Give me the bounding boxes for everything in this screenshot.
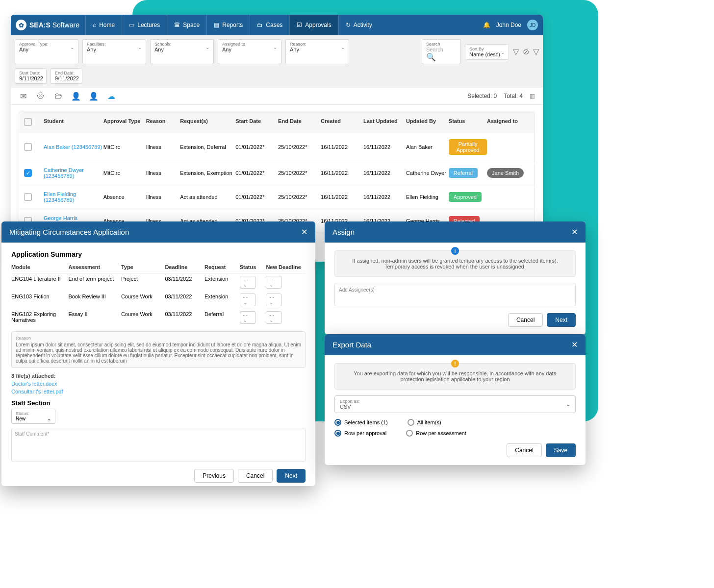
total-count: Total: 4 [504, 93, 523, 99]
row-checkbox[interactable] [24, 143, 32, 151]
filter-bar: Approval Type:Any⌄ Faculties:Any⌄ School… [11, 35, 543, 68]
table-row[interactable]: Alan Baker (123456789) MitCircIllnessExt… [19, 133, 535, 161]
nav-lectures[interactable]: ▭Lectures [122, 15, 167, 35]
chevron-down-icon: ⌄ [47, 416, 51, 421]
filter-assigned[interactable]: Assigned toAny⌄ [218, 39, 281, 64]
status-badge: Referral [449, 168, 478, 178]
student-link[interactable]: Ellen Fielding (123456789) [44, 191, 103, 203]
status-select[interactable]: - - ⌄ [240, 294, 255, 306]
chevron-down-icon: ⌄ [566, 401, 570, 408]
mitigating-circumstances-dialog: Mitigating Circumstances Application ✕ A… [1, 221, 315, 486]
table-row[interactable]: Ellen Fielding (123456789) AbsenceIllnes… [19, 185, 535, 209]
radio-row-per-assessment[interactable]: Row per assessment [406, 430, 466, 437]
staff-comment-input[interactable]: Staff Comment* [11, 428, 306, 462]
export-format-select[interactable]: Export as:CSV ⌄ [334, 395, 576, 413]
table-header: StudentApproval TypeReasonRequest(s)Star… [19, 111, 535, 133]
mail-remove-icon[interactable]: ⮾ [36, 92, 45, 100]
table-row[interactable]: ✓ Catherine Dwyer (123456789) MitCircIll… [19, 161, 535, 185]
status-select[interactable]: Status: New⌄ [11, 409, 55, 424]
status-select[interactable]: - - ⌄ [240, 276, 255, 289]
clear-filter-icon[interactable]: ⊘ [523, 47, 529, 56]
chevron-down-icon: ⌄ [501, 49, 505, 55]
row-checkbox[interactable] [24, 193, 32, 201]
home-icon: ⌂ [93, 22, 96, 28]
nav-space[interactable]: 🏛Space [167, 15, 206, 35]
brand-suffix: Software [52, 21, 79, 29]
student-link[interactable]: Alan Baker (123456789) [44, 144, 103, 150]
file-link[interactable]: Doctor's letter.docx [11, 381, 306, 387]
file-link[interactable]: Consultant's letter.pdf [11, 389, 306, 394]
mail-icon[interactable]: ✉ [19, 92, 27, 100]
dialog-header: Mitigating Circumstances Application ✕ [1, 221, 315, 243]
student-link[interactable]: Catherine Dwyer (123456789) [44, 167, 103, 179]
cancel-button[interactable]: Cancel [507, 443, 541, 457]
newdeadline-select[interactable]: - - ⌄ [266, 276, 281, 289]
clock-icon: ↻ [346, 22, 351, 28]
save-button[interactable]: Save [546, 443, 576, 457]
summary-row: ENG102 Exploring NarrativesEssay IICours… [11, 309, 306, 326]
columns-icon[interactable]: ▥ [530, 93, 535, 99]
close-icon[interactable]: ✕ [571, 227, 578, 237]
brand-logo[interactable]: ✿ SEA:S Software [16, 20, 79, 30]
summary-row: ENG104 Literature IIEnd of term projectP… [11, 273, 306, 291]
chevron-down-icon: ⌄ [70, 45, 74, 50]
newdeadline-select[interactable]: - - ⌄ [266, 294, 281, 306]
nav-approvals[interactable]: ☑Approvals [289, 15, 338, 35]
bell-icon[interactable]: 🔔 [483, 22, 490, 28]
nav-cases[interactable]: 🗀Cases [250, 15, 289, 35]
newdeadline-select[interactable]: - - ⌄ [266, 311, 281, 324]
user-remove-icon[interactable]: 👤 [89, 92, 98, 100]
summary-row: ENG103 FictionBook Review IIICourse Work… [11, 291, 306, 309]
user-add-icon[interactable]: 👤 [72, 92, 80, 100]
row-checkbox[interactable]: ✓ [24, 169, 32, 177]
search-icon: 🔍 [426, 53, 436, 61]
folder-open-icon[interactable]: 🗁 [54, 92, 63, 100]
attachments: 3 file(s) attached: Doctor's letter.docx… [11, 373, 306, 394]
filter-faculties[interactable]: Faculties:Any⌄ [82, 39, 146, 64]
search-input[interactable]: SearchSearch🔍 [422, 39, 461, 64]
dialog-header: Export Data ✕ [325, 334, 586, 355]
cloud-icon[interactable]: ☁ [107, 92, 116, 100]
filter-reason[interactable]: Reason:Any⌄ [285, 39, 349, 64]
radio-selected-items[interactable]: Selected items (1) [334, 419, 388, 426]
close-icon[interactable]: ✕ [571, 340, 578, 349]
brand-name: SEA:S [29, 21, 51, 29]
nav-home[interactable]: ⌂Home [85, 15, 122, 35]
chevron-down-icon: ⌄ [138, 45, 142, 50]
status-badge: Partially Approved [449, 139, 487, 155]
chevron-down-icon: ⌄ [341, 45, 345, 50]
cancel-button[interactable]: Cancel [238, 469, 273, 483]
cancel-button[interactable]: Cancel [508, 313, 543, 327]
radio-row-per-approval[interactable]: Row per approval [334, 430, 386, 437]
filter-approval-type[interactable]: Approval Type:Any⌄ [15, 39, 78, 64]
start-date-input[interactable]: Start Date:9/11/2022 [15, 68, 47, 84]
user-name[interactable]: John Doe [496, 22, 521, 28]
building-icon: 🏛 [174, 22, 180, 28]
chevron-down-icon: ⌄ [205, 45, 209, 50]
next-button[interactable]: Next [547, 313, 576, 327]
dialog-title: Assign [332, 228, 355, 236]
dialog-header: Assign ✕ [325, 221, 586, 243]
close-icon[interactable]: ✕ [301, 227, 307, 237]
nav-activity[interactable]: ↻Activity [338, 15, 379, 35]
filter-alt-icon[interactable]: ▽ [533, 47, 539, 56]
radio-all-items[interactable]: All item(s) [408, 419, 441, 426]
top-nav-bar: ✿ SEA:S Software ⌂Home ▭Lectures 🏛Space … [11, 15, 543, 35]
assignee-input[interactable]: Add Assignee(s) [334, 283, 576, 306]
book-icon: ▭ [129, 22, 134, 28]
filter-schools[interactable]: Schools:Any⌄ [150, 39, 214, 64]
select-all-checkbox[interactable] [24, 118, 32, 126]
assignee-chip: Jane Smith [487, 168, 524, 178]
info-icon: i [451, 247, 459, 255]
nav-reports[interactable]: ▤Reports [206, 15, 250, 35]
avatar[interactable]: JD [527, 20, 538, 30]
report-icon: ▤ [214, 22, 219, 28]
end-date-input[interactable]: End Date:9/11/2022 [51, 68, 82, 84]
status-select[interactable]: - - ⌄ [240, 311, 255, 324]
next-button[interactable]: Next [277, 469, 306, 483]
sort-select[interactable]: Sort ByName (desc)⌄ [465, 44, 509, 60]
previous-button[interactable]: Previous [194, 469, 234, 483]
filter-icon[interactable]: ▽ [513, 47, 519, 56]
staff-section: Staff Section Status: New⌄ Staff Comment… [11, 399, 306, 462]
date-filters: Start Date:9/11/2022 End Date:9/11/2022 [11, 68, 543, 88]
